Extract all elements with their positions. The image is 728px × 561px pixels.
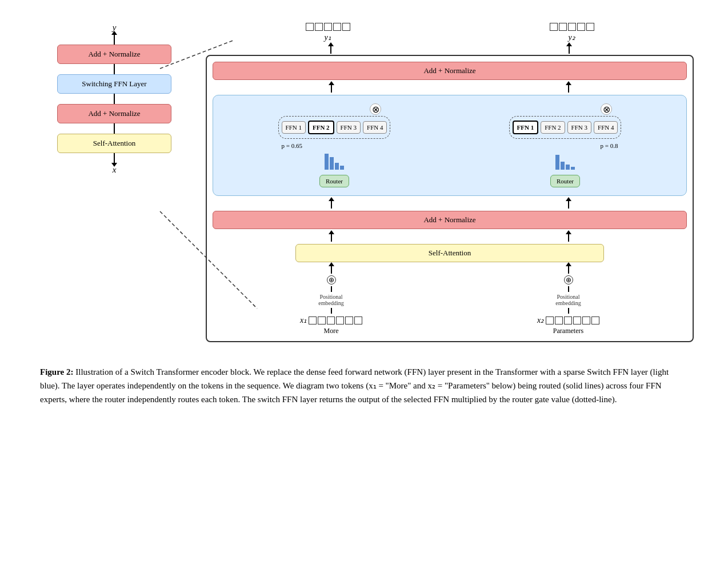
- token-box: [550, 23, 558, 31]
- outputs-row: y₁ y₂: [206, 23, 694, 42]
- input-x2: ⊕ Positionalembedding x₂: [537, 266, 599, 335]
- token-box: [564, 316, 572, 324]
- y1-token-boxes: [306, 23, 350, 31]
- bar: [325, 154, 329, 170]
- token-box: [309, 316, 317, 324]
- token-box: [306, 23, 314, 31]
- inputs-area: ⊕ Positionalembedding x₁: [213, 266, 687, 335]
- pos-embed-label-left: Positionalembedding: [318, 294, 343, 306]
- x1-token-boxes: [309, 316, 362, 324]
- diagrams-row: y Add + Normalize Switching FFN Layer Ad…: [34, 23, 694, 342]
- left-diagram-content: y Add + Normalize Switching FFN Layer Ad…: [57, 23, 171, 175]
- token-box: [546, 316, 554, 324]
- plus-circle-left: ⊕: [327, 275, 336, 284]
- token-box: [342, 23, 350, 31]
- token-box: [333, 23, 341, 31]
- caption-text: Illustration of a Switch Transformer enc…: [40, 367, 669, 404]
- caption: Figure 2: Illustration of a Switch Trans…: [34, 365, 694, 406]
- x2-label: x₂: [537, 315, 544, 325]
- self-attention-row: Self-Attention: [213, 244, 687, 262]
- token-box: [327, 316, 335, 324]
- bar: [555, 155, 559, 170]
- router-box-left: Router: [319, 175, 349, 187]
- token-box: [559, 23, 567, 31]
- token-box: [345, 316, 353, 324]
- x2-token-boxes: [546, 316, 599, 324]
- left-self-attention: Self-Attention: [57, 134, 171, 153]
- bar: [566, 165, 570, 170]
- plus-circle-right: ⊕: [564, 275, 573, 284]
- left-add-normalize-top: Add + Normalize: [57, 45, 171, 64]
- token-box: [318, 316, 326, 324]
- x1-sublabel: More: [324, 327, 339, 335]
- token-box: [336, 316, 344, 324]
- x2-token-row: x₂: [537, 315, 599, 325]
- y2-token-boxes: [550, 23, 594, 31]
- x1-label: x₁: [300, 315, 307, 325]
- ffn-group-left: ⊗ FFN 1 FFN 2 FFN 3 FFN 4 p: [282, 103, 387, 187]
- bar-chart-left: [325, 153, 344, 170]
- right-diagram: y₁ y₂: [206, 23, 694, 342]
- input-x1: ⊕ Positionalembedding x₁: [300, 266, 362, 335]
- y1-label: y₁: [324, 33, 331, 42]
- left-add-normalize-bottom: Add + Normalize: [57, 104, 171, 123]
- multiply-icon-right: ⊗: [601, 103, 612, 115]
- output-item-y2: y₂: [550, 23, 594, 42]
- token-box: [582, 316, 590, 324]
- figure-label: Figure 2:: [40, 367, 73, 376]
- bar: [335, 163, 339, 170]
- token-box: [573, 316, 581, 324]
- right-outer-box: Add + Normalize: [206, 55, 694, 342]
- bar-chart-right: [555, 153, 575, 170]
- token-box: [324, 23, 332, 31]
- token-box: [568, 23, 576, 31]
- bar: [330, 157, 334, 170]
- token-box: [354, 316, 362, 324]
- x2-sublabel: Parameters: [553, 327, 583, 335]
- token-box: [591, 316, 599, 324]
- p-label-left: p = 0.65: [282, 142, 302, 149]
- right-add-normalize-top: Add + Normalize: [213, 62, 687, 80]
- token-box: [315, 23, 323, 31]
- main-container: y Add + Normalize Switching FFN Layer Ad…: [11, 11, 717, 418]
- right-diagram-content: y₁ y₂: [206, 23, 694, 342]
- p-label-right: p = 0.8: [601, 142, 618, 149]
- bar: [340, 166, 344, 170]
- right-add-normalize-mid: Add + Normalize: [213, 211, 687, 229]
- y2-label: y₂: [568, 33, 575, 42]
- multiply-icon-left: ⊗: [370, 103, 381, 115]
- bar: [561, 162, 565, 170]
- x1-token-row: x₁: [300, 315, 362, 325]
- router-box-right: Router: [550, 175, 580, 187]
- right-self-attention: Self-Attention: [295, 244, 604, 262]
- bar: [571, 167, 575, 170]
- token-box: [577, 23, 585, 31]
- output-item-y1: y₁: [306, 23, 350, 42]
- switch-ffn-box: ⊗ FFN 1 FFN 2 FFN 3 FFN 4 p: [213, 95, 687, 196]
- left-diagram: y Add + Normalize Switching FFN Layer Ad…: [34, 23, 194, 342]
- left-switching-ffn: Switching FFN Layer: [57, 74, 171, 94]
- ffn-group-right: ⊗ FFN 1 FFN 2 FFN 3 FFN 4 p: [513, 103, 618, 187]
- token-box: [586, 23, 594, 31]
- token-box: [555, 316, 563, 324]
- pos-embed-label-right: Positionalembedding: [555, 294, 581, 306]
